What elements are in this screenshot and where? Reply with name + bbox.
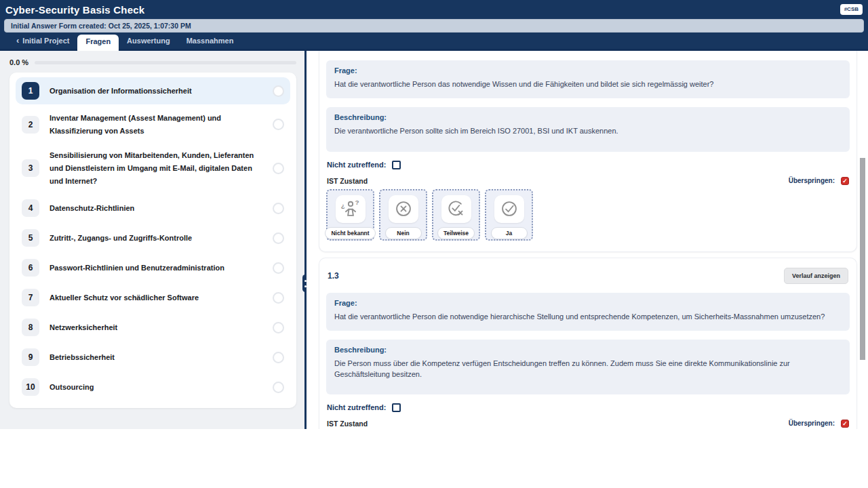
beschreibung-panel: Beschreibung: Die Person muss über die K… <box>326 340 850 394</box>
vertical-scrollbar[interactable] <box>860 158 865 360</box>
topic-label: Datenschutz-Richtlinien <box>50 202 262 215</box>
option-teilweise[interactable]: Teilweise <box>432 189 480 241</box>
topic-item-2[interactable]: 2 Inventar Management (Assest Management… <box>16 107 290 142</box>
topic-label: Organisation der Informationssicherheit <box>50 85 262 98</box>
ueberspringen-label: Überspringen: <box>789 420 835 427</box>
topic-item-1[interactable]: 1 Organisation der Informationssicherhei… <box>16 77 290 104</box>
frage-label: Frage: <box>334 299 842 307</box>
topic-item-9[interactable]: 9 Betriebssicherheit <box>16 344 290 371</box>
option-label: Nein <box>385 227 422 239</box>
question-pane: Frage: Hat die verantwortliche Person da… <box>307 51 868 429</box>
topic-item-10[interactable]: 10 Outsourcing <box>16 373 290 401</box>
verlauf-anzeigen-button[interactable]: Verlauf anzeigen <box>784 268 848 284</box>
topic-number: 9 <box>22 348 39 366</box>
nicht-zutreffend-label: Nicht zutreffend: <box>327 161 386 169</box>
nicht-zutreffend-checkbox[interactable] <box>392 161 401 169</box>
app-header: Cyber-Security Basis Check #CSB Initial … <box>0 0 868 51</box>
svg-text:?: ? <box>355 199 359 206</box>
section-number: 1.3 <box>328 271 339 281</box>
shrug-unknown-icon: ¿? <box>336 195 366 223</box>
topic-number: 3 <box>22 159 39 177</box>
chevron-left-icon: ‹ <box>16 36 19 45</box>
topics-sidebar: 0.0 % 1 Organisation der Informationssic… <box>0 51 304 429</box>
beschreibung-panel: Beschreibung: Die verantwortliche Person… <box>326 107 850 151</box>
topic-number: 2 <box>22 116 39 134</box>
topic-number: 7 <box>22 289 39 306</box>
option-label: Teilweise <box>437 227 475 239</box>
circle-x-icon <box>389 195 418 223</box>
nicht-zutreffend-label: Nicht zutreffend: <box>327 403 386 411</box>
topic-number: 5 <box>22 229 39 247</box>
topic-radio[interactable] <box>273 322 284 333</box>
tab-bar: ‹ Initial Project Fragen Auswertung Mass… <box>0 36 868 51</box>
csb-badge: #CSB <box>840 4 863 15</box>
topic-radio[interactable] <box>273 232 284 244</box>
option-label: Ja <box>491 227 528 239</box>
topic-number: 4 <box>22 199 39 217</box>
topic-item-4[interactable]: 4 Datenschutz-Richtlinien <box>16 195 290 222</box>
topic-label: Zutritt-, Zugangs- und Zugriffs-Kontroll… <box>50 232 262 245</box>
topic-number: 10 <box>22 378 39 396</box>
topic-item-6[interactable]: 6 Passwort-Richtlinien und Benutzeradmin… <box>16 254 290 281</box>
progress-bar <box>35 61 296 64</box>
option-ja[interactable]: Ja <box>485 189 533 241</box>
frage-label: Frage: <box>334 66 842 75</box>
topic-number: 8 <box>22 319 39 336</box>
topic-radio[interactable] <box>273 352 284 363</box>
topic-item-5[interactable]: 5 Zutritt-, Zugangs- und Zugriffs-Kontro… <box>16 224 290 251</box>
back-link-initial-project[interactable]: ‹ Initial Project <box>8 33 77 49</box>
nicht-zutreffend-checkbox[interactable] <box>392 403 401 412</box>
partial-check-icon <box>441 195 471 223</box>
topic-radio[interactable] <box>273 85 284 97</box>
tab-label: Massnahmen <box>186 37 234 45</box>
progress-label: 0.0 % <box>9 58 28 66</box>
topic-number: 6 <box>22 259 39 277</box>
svg-text:¿: ¿ <box>340 202 344 209</box>
topic-item-7[interactable]: 7 Aktueller Schutz vor schädlicher Softw… <box>16 284 290 311</box>
frage-text: Hat die verantwortliche Person die notwe… <box>334 312 842 322</box>
tab-auswertung[interactable]: Auswertung <box>119 34 178 49</box>
app-window: Cyber-Security Basis Check #CSB Initial … <box>0 0 868 429</box>
topic-label: Aktueller Schutz vor schädlicher Softwar… <box>50 291 262 304</box>
beschreibung-label: Beschreibung: <box>334 113 842 121</box>
topic-radio[interactable] <box>273 119 284 130</box>
answer-options: ¿? Nicht bekannt Nein Tei <box>326 189 850 241</box>
tab-massnahmen[interactable]: Massnahmen <box>178 34 242 49</box>
topic-label: Netzwerksicherheit <box>50 321 262 334</box>
tab-fragen[interactable]: Fragen <box>77 35 119 51</box>
option-label: Nicht bekannt <box>325 227 375 239</box>
topic-radio[interactable] <box>273 163 284 174</box>
ueberspringen-checkbox[interactable]: ✓ <box>841 177 849 185</box>
topic-number: 1 <box>22 82 39 100</box>
topic-radio[interactable] <box>273 382 284 393</box>
frage-panel: Frage: Hat die verantwortliche Person da… <box>326 60 850 98</box>
beschreibung-text: Die Person muss über die Kompetenz verfü… <box>334 359 842 380</box>
topic-label: Outsourcing <box>50 381 262 394</box>
frage-text: Hat die verantwortliche Person das notwe… <box>334 79 842 89</box>
question-card-1: Frage: Hat die verantwortliche Person da… <box>319 51 857 252</box>
topic-radio[interactable] <box>273 203 284 214</box>
option-nicht-bekannt[interactable]: ¿? Nicht bekannt <box>326 189 374 241</box>
ist-zustand-label: IST Zustand <box>327 177 368 185</box>
topic-item-3[interactable]: 3 Sensibilisierung von Mitarbeitenden, K… <box>16 144 290 192</box>
status-bar: Initial Answer Form created: Oct 25, 202… <box>4 19 864 33</box>
topic-label: Passwort-Richtlinien und Benutzeradminis… <box>50 262 262 274</box>
tab-label: Fragen <box>85 37 111 45</box>
ueberspringen-label: Überspringen: <box>789 177 835 184</box>
frage-panel: Frage: Hat die verantwortliche Person di… <box>326 293 850 331</box>
ist-zustand-label: IST Zustand <box>327 420 368 428</box>
beschreibung-label: Beschreibung: <box>334 346 842 354</box>
back-link-label: Initial Project <box>22 37 69 45</box>
option-nein[interactable]: Nein <box>379 189 427 241</box>
topic-radio[interactable] <box>273 292 284 304</box>
topics-list: 1 Organisation der Informationssicherhei… <box>9 73 296 408</box>
circle-check-icon <box>494 195 524 223</box>
page-title: Cyber-Security Basis Check <box>5 4 144 16</box>
beschreibung-text: Die verantwortliche Person sollte sich i… <box>334 126 842 136</box>
ueberspringen-checkbox[interactable]: ✓ <box>841 420 849 428</box>
topic-radio[interactable] <box>273 262 284 274</box>
question-card-2: 1.3 Verlauf anzeigen Frage: Hat die vera… <box>319 258 857 429</box>
topic-label: Inventar Management (Assest Management) … <box>50 112 262 137</box>
topic-item-8[interactable]: 8 Netzwerksicherheit <box>16 314 290 341</box>
topic-label: Betriebssicherheit <box>50 351 262 364</box>
